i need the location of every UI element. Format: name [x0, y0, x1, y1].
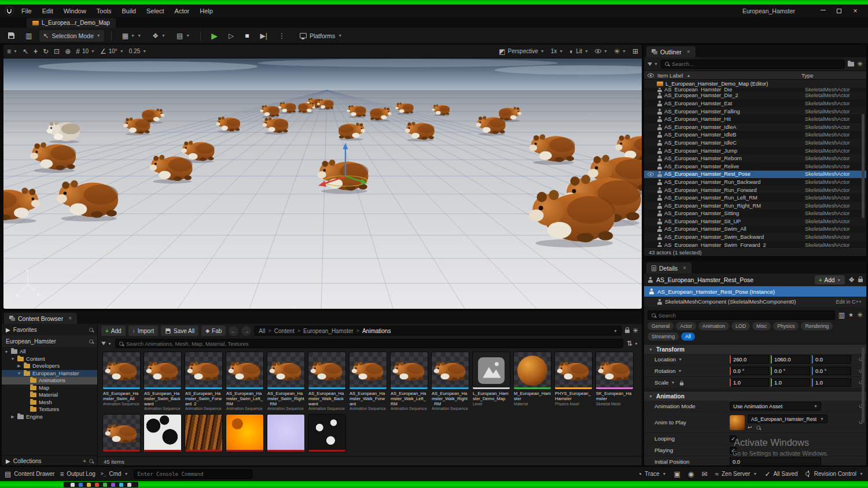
tree-item-engine[interactable]: ▶Engine — [2, 413, 97, 421]
asset-tile-AS_European_Hamster_Swim_Backward[interactable]: AS_European_Hamster_Swim_BackwardAnimati… — [144, 352, 182, 411]
filter-chip-streaming[interactable]: Streaming — [648, 332, 679, 341]
add-collection-icon[interactable]: + — [83, 458, 86, 464]
animation-section-header[interactable]: ▼ Animation — [644, 391, 866, 401]
viewport-settings-button[interactable]: ✳▼ — [614, 48, 626, 55]
show-flags-dropdown[interactable]: ▼ — [595, 49, 608, 53]
texture-tile-ham[interactable] — [102, 414, 141, 452]
eject-button[interactable]: ▶| — [257, 30, 271, 42]
scale-snap-toggle[interactable]: 0.25▼ — [129, 48, 146, 54]
outliner-row[interactable]: AS_European_Hamster_DieSkeletalMeshActor — [644, 88, 866, 92]
sort-view-options-button[interactable]: ⇅▼ — [627, 340, 638, 347]
outliner-row[interactable]: AS_European_Hamster_Run_ForwardSkeletalM… — [644, 186, 866, 194]
search-icon[interactable] — [89, 328, 93, 332]
outliner-column-header[interactable]: Item Label ▲ Type — [644, 71, 866, 80]
tree-item-european_hamster[interactable]: ▼European_Hamster — [2, 370, 97, 378]
fab-button[interactable]: ◆Fab — [201, 326, 226, 336]
scale-lock-icon[interactable] — [680, 382, 683, 385]
collections-section[interactable]: ▶ Collections + — [2, 455, 97, 466]
scale-tool[interactable]: ⊡ — [54, 48, 60, 55]
asset-tile-AS_European_Hamster_Walk_Backward[interactable]: AS_European_Hamster_Walk_BackwardAnimati… — [308, 352, 346, 411]
outliner-row[interactable]: AS_European_Hamster_Run_BackwardSkeletal… — [644, 178, 866, 186]
outliner-row[interactable]: AS_European_Hamster_HitSkeletalMeshActor — [644, 115, 866, 123]
add-asset-button[interactable]: +Add — [101, 326, 126, 336]
filter-chip-all[interactable]: All — [681, 332, 695, 341]
trace-dropdown[interactable]: ◔Trace▼ — [638, 471, 666, 478]
all-saved-status[interactable]: ✓All Saved — [764, 471, 797, 478]
move-tool[interactable]: + — [34, 48, 38, 55]
texture-tile-spots[interactable] — [308, 414, 346, 452]
outliner-search[interactable] — [661, 60, 845, 69]
tree-caret-icon[interactable]: ▼ — [10, 357, 15, 361]
menu-window[interactable]: Window — [58, 6, 91, 16]
camera-speed-button[interactable]: 1x▼ — [551, 48, 564, 54]
rotation-snap-toggle[interactable]: ∠10°▼ — [100, 48, 124, 55]
location-z-field[interactable]: 0.0 — [812, 355, 851, 364]
tree-item-material[interactable]: Material — [2, 391, 97, 399]
add-component-button[interactable]: +Add▼ — [815, 275, 845, 284]
initial-position-field[interactable]: 0.0 — [730, 457, 821, 466]
visibility-eye-icon[interactable] — [646, 172, 654, 176]
platforms-dropdown[interactable]: Platforms ▼ — [296, 30, 345, 42]
lock-icon[interactable] — [625, 327, 630, 334]
asset-tile-AS_European_Hamster_Walk_Right_RM[interactable]: AS_European_Hamster_Walk_Right_RMAnimati… — [431, 352, 469, 411]
favorites-star-icon[interactable]: ★ — [848, 312, 854, 318]
asset-tile-AS_European_Hamster_Walk_Forward[interactable]: AS_European_Hamster_Walk_ForwardAnimatio… — [349, 352, 387, 411]
rotation-z-field[interactable]: 0.0 ° — [812, 367, 851, 375]
close-icon[interactable]: × — [683, 265, 686, 271]
texture-tile-mask[interactable] — [144, 414, 182, 452]
tree-caret-icon[interactable]: ▼ — [4, 350, 9, 354]
play-options-kebab[interactable]: ⋮ — [275, 30, 289, 42]
asset-tile-AS_European_Hamster_Swim_Forward_2[interactable]: AS_European_Hamster_Swim_Forward_2Animat… — [185, 352, 223, 411]
blueprints-button[interactable]: ❖▼ — [149, 30, 169, 42]
menu-tools[interactable]: Tools — [91, 6, 117, 16]
component-row[interactable]: SkeletalMeshComponent (SkeletalMeshCompo… — [644, 297, 866, 306]
save-all-button[interactable]: Save All — [161, 326, 198, 336]
settings-gear-icon[interactable]: ✳ — [632, 327, 638, 334]
zen-server-dropdown[interactable]: ≈Zen Server▼ — [715, 471, 757, 478]
outliner-row[interactable]: AS_European_Hamster_Swim_AllSkeletalMesh… — [644, 225, 866, 234]
tree-caret-icon[interactable]: ▶ — [10, 415, 15, 419]
asset-tile-AS_European_Hamster_Swim_Right_RM[interactable]: AS_European_Hamster_Swim_Right_RMAnimati… — [267, 352, 305, 411]
search-icon[interactable] — [89, 459, 93, 463]
animation-mode-dropdown[interactable]: Use Animation Asset ▼ — [730, 402, 821, 411]
scale-y-field[interactable]: 1.0 — [771, 378, 810, 387]
display-filter-icon[interactable]: ▥ — [838, 312, 845, 319]
tree-item-all[interactable]: ▼All — [2, 348, 97, 356]
viewport-scene[interactable]: z x y — [3, 58, 642, 309]
asset-tile-M_European_Hamster[interactable]: M_European_HamsterMaterial — [513, 352, 551, 411]
details-search[interactable] — [648, 310, 835, 320]
add-actor-button[interactable]: ▦+▼ — [119, 30, 145, 42]
outliner-scrollbar[interactable] — [862, 114, 865, 218]
viewport-menu-button[interactable]: ≡▼ — [7, 48, 17, 55]
frame-skip-button[interactable]: ▷ — [225, 30, 237, 42]
play-button[interactable]: ▶ — [208, 30, 221, 42]
tree-item-textures[interactable]: Textures — [2, 406, 97, 413]
outliner-row[interactable]: AS_European_Hamster_JumpSkeletalMeshActo… — [644, 147, 866, 155]
forward-button[interactable]: → — [241, 326, 251, 336]
asset-search-input[interactable] — [126, 341, 619, 347]
record-icon[interactable]: ◉ — [688, 471, 694, 478]
tree-item-content[interactable]: ▼Content — [2, 356, 97, 363]
console-command-input[interactable] — [134, 469, 252, 479]
rotation-x-field[interactable]: 0.0 ° — [730, 367, 769, 375]
stop-button[interactable]: ■ — [241, 30, 252, 42]
select-tool[interactable]: ↖ — [23, 48, 28, 55]
anim-asset-thumbnail[interactable] — [730, 415, 745, 430]
cinematics-button[interactable]: ▤▼ — [173, 30, 193, 42]
favorites-section[interactable]: ▶ Favorites — [2, 324, 97, 335]
tree-item-map[interactable]: Map — [2, 385, 97, 392]
outliner-row[interactable]: AS_European_Hamster_Run_Left_RMSkeletalM… — [644, 194, 866, 202]
texture-tile-orange[interactable] — [226, 414, 264, 452]
menu-help[interactable]: Help — [194, 6, 218, 16]
browse-to-asset-icon[interactable] — [756, 426, 760, 430]
perspective-dropdown[interactable]: ◩Perspective▼ — [499, 48, 545, 55]
asset-search[interactable] — [115, 339, 623, 348]
outliner-row[interactable]: AS_European_Hamster_IdleCSkeletalMeshAct… — [644, 139, 866, 147]
menu-select[interactable]: Select — [141, 6, 170, 16]
transform-section-header[interactable]: ▼ Transform — [644, 344, 866, 354]
rotate-tool[interactable]: ↻ — [43, 48, 49, 55]
asset-tile-AS_European_Hamster_Swim_Left_RM[interactable]: AS_European_Hamster_Swim_Left_RMAnimatio… — [226, 352, 264, 411]
texture-tile-normal[interactable] — [267, 414, 305, 452]
outliner-row[interactable]: AS_European_Hamster_EatSkeletalMeshActor — [644, 99, 866, 108]
outliner-search-input[interactable] — [672, 61, 841, 67]
